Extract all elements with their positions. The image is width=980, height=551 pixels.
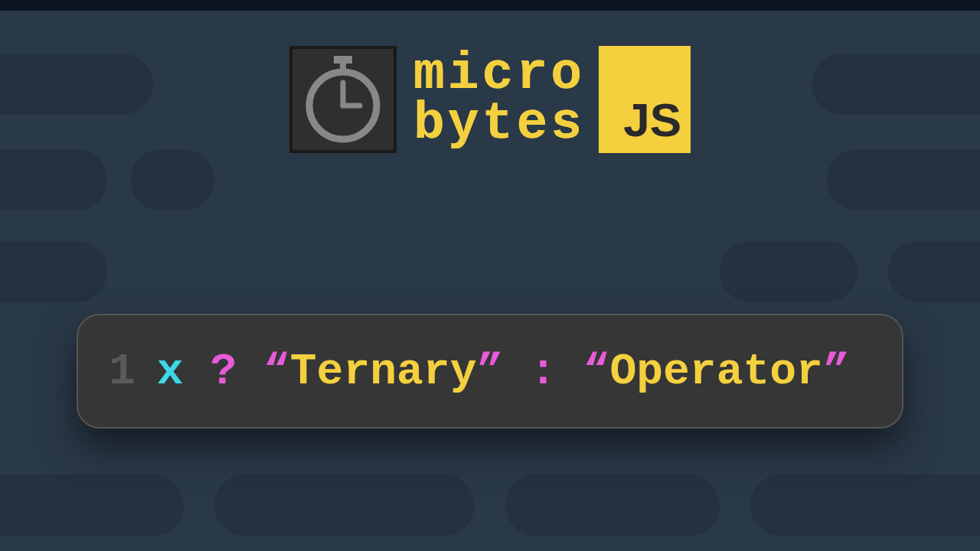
code-quote: “	[583, 347, 610, 396]
bg-decoration	[214, 474, 475, 536]
bg-decoration	[812, 54, 980, 115]
code-block: 1 x ? “Ternary” : “Operator”	[77, 314, 903, 429]
line-number: 1	[109, 347, 136, 396]
stopwatch-icon-box	[289, 46, 397, 153]
js-badge: JS	[599, 46, 691, 153]
code-string-1: Ternary	[290, 347, 477, 396]
stopwatch-icon	[305, 56, 381, 144]
code-quote: ”	[823, 347, 850, 396]
code-colon: :	[530, 347, 557, 396]
code-quote: “	[263, 347, 290, 396]
brand-line-2: bytes	[413, 99, 585, 149]
brand-line-1: micro	[413, 50, 585, 99]
bg-decoration	[505, 474, 720, 536]
bg-decoration	[0, 149, 107, 210]
bg-decoration	[750, 474, 980, 536]
bg-decoration	[720, 241, 858, 302]
bg-decoration	[0, 54, 153, 115]
code-variable: x	[157, 347, 184, 396]
code-string-2: Operator	[609, 347, 822, 396]
top-strip	[0, 0, 980, 11]
brand-logo: micro bytes JS	[289, 46, 691, 153]
brand-text: micro bytes	[397, 46, 599, 153]
bg-decoration	[0, 241, 107, 302]
code-question-mark: ?	[210, 347, 237, 396]
bg-decoration	[0, 474, 184, 536]
code-quote: ”	[476, 347, 503, 396]
bg-decoration	[888, 241, 980, 302]
bg-decoration	[130, 149, 214, 210]
bg-decoration	[827, 149, 980, 210]
